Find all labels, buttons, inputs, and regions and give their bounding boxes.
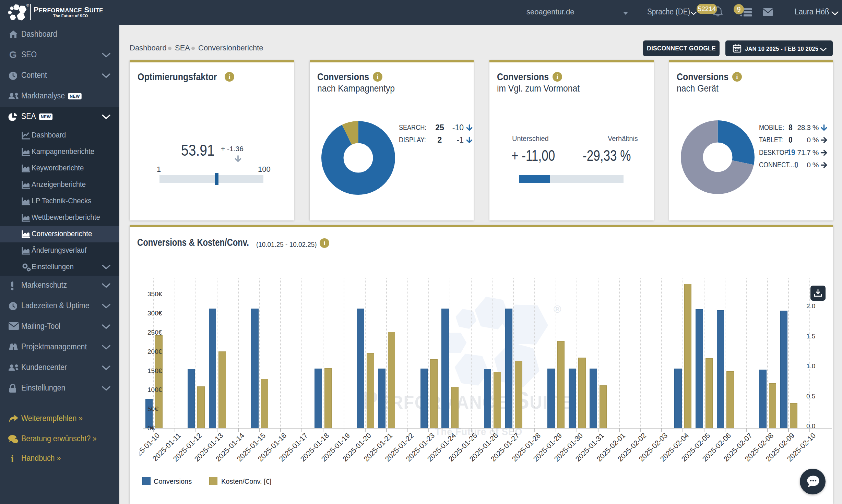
svg-text:i: i: [11, 454, 14, 464]
svg-text:G: G: [9, 50, 17, 60]
